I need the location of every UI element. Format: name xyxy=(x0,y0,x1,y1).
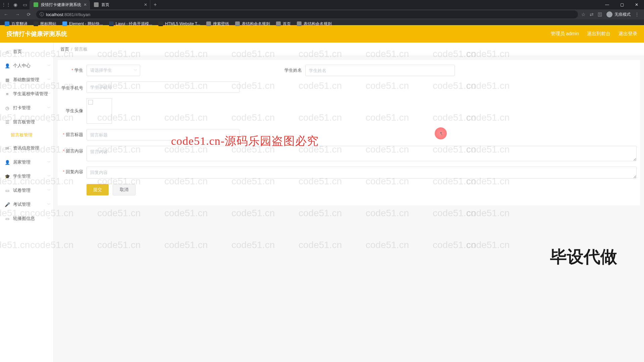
sidebar-item-profile[interactable]: 👤个人中心﹀ xyxy=(0,59,53,73)
sidebar-item-return[interactable]: ≡学生返校申请管理﹀ xyxy=(0,87,53,101)
bookmark-icon xyxy=(34,21,38,26)
bookmark-label: 百度翻译 xyxy=(11,21,28,27)
translate-icon[interactable]: ⇄ xyxy=(590,12,594,17)
sidebar-item-homestay[interactable]: 👤居家管理﹀ xyxy=(0,155,53,169)
sidebar-item-label: 轮播图信息 xyxy=(13,216,35,222)
bookmark-label: 搜索壁纸 xyxy=(213,21,229,27)
tab-2[interactable]: 首页 ✕ xyxy=(90,0,150,9)
incognito-badge: 无痕模式 xyxy=(606,11,631,17)
bookmark-label: 表结构命名规则 xyxy=(242,21,270,27)
sidebar-item-basedata[interactable]: ▦基础数据管理﹀ xyxy=(0,73,53,87)
close-icon[interactable]: ✕ xyxy=(144,2,147,7)
kebab-icon[interactable]: ⋮ xyxy=(635,12,639,17)
avatar-upload[interactable] xyxy=(87,98,112,124)
sidebar-item-message[interactable]: ☰留言板管理﹀ xyxy=(0,115,53,129)
url-field[interactable]: ⓘ localhost:8081/#/liuyan xyxy=(36,10,578,18)
sidebar-item-exam[interactable]: 🎤考试管理﹀ xyxy=(0,197,53,212)
submit-button[interactable]: 提交 xyxy=(87,184,109,195)
bookmark-item[interactable]: HTML5 Website T... xyxy=(156,20,202,27)
maximize-icon[interactable]: ▢ xyxy=(614,0,629,9)
sidebar-item-home[interactable]: ⌂首页 xyxy=(0,45,53,59)
sidebar-item-label: 学生返校申请管理 xyxy=(13,91,48,97)
school-icon: 🎓 xyxy=(5,174,10,179)
bookmark-item[interactable]: Element - 网站快... xyxy=(60,20,105,27)
title-input[interactable] xyxy=(87,129,239,140)
main-content: 首页 / 留言板 学生 请选择学生 ﹀ 学生姓名 xyxy=(54,43,644,362)
grid-icon: ▦ xyxy=(5,77,10,82)
key-icon[interactable]: ⚿ xyxy=(598,12,602,17)
cancel-button[interactable]: 取消 xyxy=(113,184,136,195)
chevron-down-icon: ﹀ xyxy=(47,216,51,221)
chevron-down-icon: ﹀ xyxy=(47,120,51,124)
breadcrumb-separator: / xyxy=(71,47,72,52)
sidebar-item-label: 资讯信息管理 xyxy=(13,145,39,151)
bookmark-label: Element - 网站快... xyxy=(69,21,103,27)
logout-link[interactable]: 退出登录 xyxy=(619,31,637,37)
image-icon: ▭ xyxy=(5,216,10,221)
menu-icon[interactable]: ⋮⋮ xyxy=(1,0,11,9)
student-phone-label: 学生手机号 xyxy=(61,83,87,91)
chevron-down-icon: ﹀ xyxy=(47,188,51,193)
bookmark-item[interactable]: Layui - 经典开源模... xyxy=(107,20,154,27)
bookmark-icon xyxy=(62,21,67,26)
back-icon[interactable]: ← xyxy=(2,10,10,18)
tab-search-icon[interactable]: ◉ xyxy=(11,0,20,9)
minimize-icon[interactable]: ― xyxy=(600,0,614,9)
exit-front-link[interactable]: 退出到前台 xyxy=(587,31,610,37)
bookmark-item[interactable]: 百度翻译 xyxy=(3,20,30,27)
reply-textarea[interactable] xyxy=(87,167,637,179)
favicon-icon xyxy=(94,2,99,7)
breadcrumb-home[interactable]: 首页 xyxy=(60,46,69,52)
sidebar-item-paper[interactable]: ▭试卷管理﹀ xyxy=(0,183,53,197)
bookmark-item[interactable]: 表结构命名规则 xyxy=(233,20,272,27)
admin-label: 管理员 admin xyxy=(551,31,579,37)
url-port: :8081 xyxy=(63,12,74,17)
reply-label: 回复内容 xyxy=(61,167,87,177)
tab-1[interactable]: 疫情打卡健康评测系统 ✕ xyxy=(30,0,90,9)
student-name-input[interactable] xyxy=(305,65,455,76)
bookmark-item[interactable]: 图标网站 xyxy=(32,20,58,27)
tab-app-icon[interactable]: ▭ xyxy=(20,0,30,9)
user-icon: 👤 xyxy=(5,63,10,68)
forward-icon[interactable]: → xyxy=(13,10,21,18)
content-textarea[interactable] xyxy=(87,146,637,161)
close-window-icon[interactable]: ✕ xyxy=(629,0,644,9)
bookmark-label: Layui - 经典开源模... xyxy=(116,21,152,27)
form-panel: 学生 请选择学生 ﹀ 学生姓名 学生手机号 xyxy=(58,60,640,205)
sidebar-item-student[interactable]: 🎓学生管理﹀ xyxy=(0,169,53,183)
star-icon[interactable]: ☆ xyxy=(581,12,586,17)
bookmark-icon xyxy=(206,21,211,26)
student-phone-input[interactable] xyxy=(87,81,239,93)
student-select[interactable]: 请选择学生 ﹀ xyxy=(87,65,140,76)
clock-icon: ◷ xyxy=(5,106,10,111)
title-label: 留言标题 xyxy=(61,129,87,140)
browser-chrome: ⋮⋮ ◉ ▭ 疫情打卡健康评测系统 ✕ 首页 ✕ + ― ▢ ✕ ← → ⟳ ⓘ… xyxy=(0,0,644,25)
sidebar-item-carousel[interactable]: ▭轮播图信息﹀ xyxy=(0,212,53,226)
list-icon: ☰ xyxy=(5,120,10,125)
bookmark-icon xyxy=(276,21,281,26)
app-title: 疫情打卡健康评测系统 xyxy=(7,30,67,38)
close-icon[interactable]: ✕ xyxy=(84,2,87,7)
sidebar-item-checkin[interactable]: ◷打卡管理﹀ xyxy=(0,101,53,115)
reload-icon[interactable]: ⟳ xyxy=(25,10,33,18)
bookmark-item[interactable]: 搜索壁纸 xyxy=(204,20,231,27)
sidebar-subitem-message[interactable]: 留言板管理 xyxy=(0,129,53,141)
student-name-label: 学生姓名 xyxy=(284,65,305,76)
tab-title: 疫情打卡健康评测系统 xyxy=(41,2,81,8)
sidebar-item-label: 基础数据管理 xyxy=(13,77,39,83)
bookmark-item[interactable]: 首页 xyxy=(274,20,293,27)
sidebar: ⌂首页 👤个人中心﹀ ▦基础数据管理﹀ ≡学生返校申请管理﹀ ◷打卡管理﹀ ☰留… xyxy=(0,43,54,362)
chevron-down-icon: ﹀ xyxy=(134,68,137,73)
bookmark-item[interactable]: 表结构命名规则 xyxy=(295,20,334,27)
sidebar-item-label: 居家管理 xyxy=(13,159,31,165)
sidebar-item-news[interactable]: ✉资讯信息管理﹀ xyxy=(0,141,53,155)
content-label: 留言内容 xyxy=(61,146,87,157)
incognito-label: 无痕模式 xyxy=(614,12,631,17)
doc-icon: ▭ xyxy=(5,188,10,193)
new-tab-button[interactable]: + xyxy=(150,2,160,8)
bookmark-icon xyxy=(297,21,302,26)
sidebar-item-label: 学生管理 xyxy=(13,173,31,179)
chevron-down-icon: ﹀ xyxy=(47,63,51,68)
bookmark-label: 图标网站 xyxy=(40,21,56,27)
avatar-label: 学生头像 xyxy=(61,106,87,116)
